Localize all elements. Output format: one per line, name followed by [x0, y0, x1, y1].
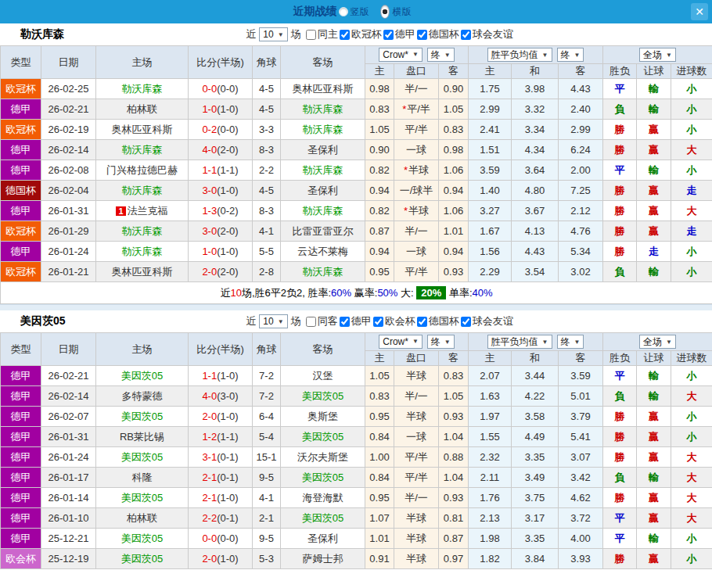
- away-team: 奥斯堡: [281, 407, 365, 427]
- avg-win: 2.11: [469, 468, 512, 488]
- handicap-outcome: 贏: [637, 488, 671, 508]
- avg-state-select[interactable]: 终▼: [557, 48, 584, 62]
- score: 3-0(1-0): [189, 181, 253, 201]
- match-type: 欧冠杯: [1, 221, 41, 242]
- match-type: 德甲: [1, 447, 41, 468]
- same-venue-checkbox[interactable]: [306, 317, 316, 327]
- scope-select[interactable]: 全场▼: [639, 335, 676, 349]
- same-venue-option[interactable]: 同主: [306, 27, 338, 41]
- match-type: 德甲: [1, 508, 41, 529]
- sub-header: 进球数: [671, 64, 712, 79]
- avg-state-select[interactable]: 终▼: [557, 335, 584, 349]
- layout-option-label: 竖版: [351, 5, 369, 19]
- home-odds: 0.84: [365, 427, 394, 447]
- home-team: 柏林联: [96, 99, 189, 120]
- handicap: 一球: [394, 140, 439, 160]
- league-checkbox[interactable]: [417, 317, 427, 327]
- home-odds: 0.91: [365, 549, 394, 569]
- radio-icon[interactable]: [339, 7, 348, 16]
- scope-select[interactable]: 全场▼: [639, 48, 676, 62]
- league-checkbox[interactable]: [461, 317, 471, 327]
- league-checkbox[interactable]: [340, 317, 350, 327]
- league-option[interactable]: 球会友谊: [461, 314, 513, 328]
- odds-state-select[interactable]: 终▼: [427, 335, 455, 349]
- sub-header: 盘口: [394, 351, 439, 366]
- home-team: 勒沃库森: [96, 140, 189, 160]
- radio-icon[interactable]: [380, 5, 390, 19]
- league-option[interactable]: 德甲: [383, 27, 415, 41]
- avg-win: 1.51: [469, 140, 512, 160]
- match-date: 26-01-14: [41, 488, 96, 508]
- avg-win: 1.76: [469, 488, 512, 508]
- away-team: 沃尔夫斯堡: [281, 447, 365, 468]
- league-checkbox[interactable]: [383, 30, 394, 40]
- league-checkbox[interactable]: [461, 30, 471, 40]
- handicap-outcome: 贏: [637, 140, 671, 160]
- odds-state-select[interactable]: 终▼: [427, 48, 455, 62]
- league-option[interactable]: 德国杯: [417, 314, 459, 328]
- close-button[interactable]: ✕: [691, 3, 708, 20]
- league-option[interactable]: 德国杯: [417, 27, 459, 41]
- away-odds: 0.90: [439, 79, 469, 99]
- score: 3-0(2-0): [189, 221, 253, 242]
- corners: 4-5: [253, 99, 281, 120]
- col-header: 日期: [41, 333, 96, 366]
- result-outcome: 勝: [603, 201, 637, 221]
- home-team: 多特蒙德: [96, 386, 189, 407]
- handicap-outcome: 輸: [637, 79, 671, 99]
- corners: 4-5: [253, 79, 281, 99]
- league-checkbox[interactable]: [340, 30, 350, 40]
- match-type: 德甲: [1, 468, 41, 488]
- avg-metric-select[interactable]: 胜平负均值▼: [487, 335, 552, 349]
- odds-source-select[interactable]: Crow*▼: [379, 48, 423, 62]
- live-odds-star: *: [402, 103, 406, 115]
- tables-container: 勒沃库森近10▼场同主欧冠杯德甲德国杯球会友谊类型日期主场比分(半场)角球客场C…: [0, 23, 712, 569]
- avg-metric-select[interactable]: 胜平负均值▼: [487, 48, 552, 62]
- layout-option-unselected[interactable]: 竖版: [339, 5, 369, 19]
- avg-lose: 3.02: [559, 262, 603, 282]
- goals-outcome: 小: [671, 160, 712, 181]
- handicap-outcome: 贏: [637, 120, 671, 140]
- match-count-select[interactable]: 10▼: [259, 27, 287, 41]
- league-checkbox[interactable]: [373, 317, 383, 327]
- chevron-down-icon: ▼: [412, 338, 419, 345]
- odds-source-select[interactable]: Crow*▼: [379, 335, 423, 349]
- avg-draw: 3.84: [512, 549, 559, 569]
- league-option[interactable]: 欧会杯: [373, 314, 415, 328]
- match-type: 欧冠杯: [1, 79, 41, 99]
- same-venue-label: 同客: [318, 314, 338, 328]
- sub-header: 客: [439, 351, 469, 366]
- col-header: 主场: [96, 46, 189, 79]
- sub-header: 主: [365, 64, 394, 79]
- corners: 4-1: [253, 221, 281, 242]
- home-odds: 1.05: [365, 366, 394, 386]
- league-option[interactable]: 欧冠杯: [340, 27, 382, 41]
- layout-option-selected[interactable]: 横版: [377, 5, 412, 19]
- match-date: 25-12-19: [41, 549, 96, 569]
- avg-win: 1.55: [469, 427, 512, 447]
- home-odds: 0.83: [365, 386, 394, 407]
- league-option[interactable]: 德甲: [340, 314, 372, 328]
- match-row: 德甲26-01-311法兰克福1-3(0-2)8-3勒沃库森0.82*半球1.0…: [1, 201, 712, 221]
- goals-outcome: 小: [671, 366, 712, 386]
- avg-win: 2.13: [469, 508, 512, 529]
- match-row: 德甲26-02-21柏林联1-0(1-0)4-5勒沃库森0.83*平/半1.05…: [1, 99, 712, 120]
- league-option[interactable]: 球会友谊: [461, 27, 513, 41]
- match-row: 德甲26-02-21美因茨051-1(1-0)7-2汉堡1.05半球0.832.…: [1, 366, 712, 386]
- same-venue-checkbox[interactable]: [306, 30, 316, 40]
- home-odds: 0.84: [365, 468, 394, 488]
- avg-win: 1.82: [469, 549, 512, 569]
- same-venue-option[interactable]: 同客: [306, 314, 338, 328]
- away-team: 汉堡: [281, 366, 365, 386]
- league-label: 球会友谊: [473, 314, 513, 328]
- match-count-select[interactable]: 10▼: [259, 314, 287, 328]
- match-type: 德甲: [1, 366, 41, 386]
- match-row: 德甲26-01-24勒沃库森1-0(1-0)5-5云达不莱梅0.94一球0.94…: [1, 242, 712, 262]
- league-checkbox[interactable]: [417, 30, 427, 40]
- handicap-outcome: 輸: [637, 386, 671, 407]
- avg-win: 2.32: [469, 447, 512, 468]
- corners: 2-8: [253, 262, 281, 282]
- avg-draw: 3.58: [512, 407, 559, 427]
- result-outcome: 負: [603, 468, 637, 488]
- select-value: 终: [561, 48, 570, 62]
